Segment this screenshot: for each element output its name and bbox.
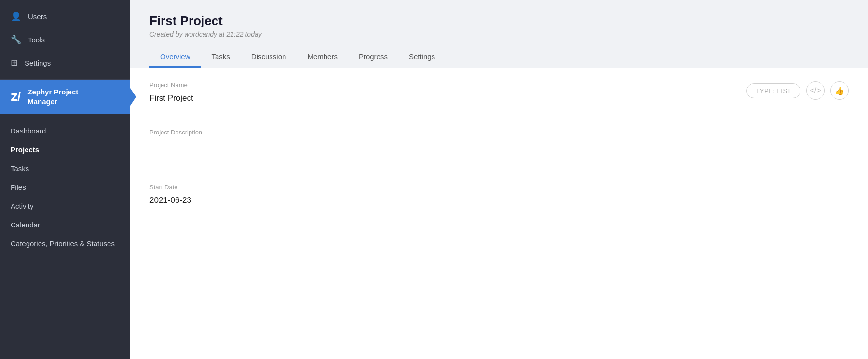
sidebar-item-files[interactable]: Files (0, 178, 130, 197)
tools-icon: 🔧 (11, 34, 21, 45)
sidebar: 👤 Users 🔧 Tools ⊞ Settings 𝗓/ Zephyr Pro… (0, 0, 130, 359)
project-name-section: Project Name First Project TYPE: LIST </… (130, 68, 868, 115)
code-icon: </> (810, 86, 821, 95)
tab-overview[interactable]: Overview (149, 47, 201, 68)
project-description-label: Project Description (149, 129, 849, 136)
sidebar-item-dashboard[interactable]: Dashboard (0, 121, 130, 140)
tab-members[interactable]: Members (297, 47, 348, 68)
type-badge-area: TYPE: LIST </> 👍 (746, 81, 849, 100)
page-title: First Project (149, 13, 849, 28)
sidebar-item-tasks[interactable]: Tasks (0, 159, 130, 178)
overview-content: Project Name First Project TYPE: LIST </… (130, 68, 868, 359)
sidebar-users-label: Users (28, 13, 47, 21)
brand-logo: 𝗓/ (11, 89, 21, 104)
start-date-label: Start Date (149, 184, 849, 191)
page-header: First Project Created by wordcandy at 21… (130, 0, 868, 68)
sidebar-item-calendar[interactable]: Calendar (0, 215, 130, 234)
sidebar-item-categories[interactable]: Categories, Priorities & Statuses (0, 234, 130, 253)
project-name-label: Project Name (149, 81, 849, 89)
sidebar-item-users[interactable]: 👤 Users (0, 5, 130, 28)
tab-settings[interactable]: Settings (398, 47, 446, 68)
project-name-value: First Project (149, 93, 849, 103)
tab-discussion[interactable]: Discussion (241, 47, 297, 68)
settings-top-icon: ⊞ (11, 57, 18, 68)
users-icon: 👤 (11, 11, 21, 22)
sidebar-item-settings-top[interactable]: ⊞ Settings (0, 51, 130, 74)
thumbsup-icon: 👍 (835, 86, 844, 95)
start-date-value: 2021-06-23 (149, 196, 849, 205)
tab-progress[interactable]: Progress (348, 47, 398, 68)
sidebar-nav: Dashboard Projects Tasks Files Activity … (0, 114, 130, 359)
brand-text: Zephyr Project Manager (27, 87, 78, 106)
sidebar-item-activity[interactable]: Activity (0, 197, 130, 215)
type-badge[interactable]: TYPE: LIST (746, 83, 800, 98)
project-description-section: Project Description (130, 115, 868, 170)
tabs-nav: Overview Tasks Discussion Members Progre… (149, 47, 849, 68)
page-subtitle: Created by wordcandy at 21:22 today (149, 30, 849, 38)
sidebar-top-nav: 👤 Users 🔧 Tools ⊞ Settings (0, 0, 130, 80)
tab-tasks[interactable]: Tasks (201, 47, 241, 68)
start-date-section: Start Date 2021-06-23 (130, 170, 868, 217)
sidebar-brand[interactable]: 𝗓/ Zephyr Project Manager (0, 80, 130, 114)
code-icon-button[interactable]: </> (806, 81, 825, 100)
sidebar-item-tools[interactable]: 🔧 Tools (0, 28, 130, 51)
sidebar-item-projects[interactable]: Projects (0, 140, 130, 159)
main-content: First Project Created by wordcandy at 21… (130, 0, 868, 359)
sidebar-tools-label: Tools (28, 36, 45, 44)
thumbsup-icon-button[interactable]: 👍 (830, 81, 849, 100)
sidebar-settings-top-label: Settings (25, 59, 51, 67)
